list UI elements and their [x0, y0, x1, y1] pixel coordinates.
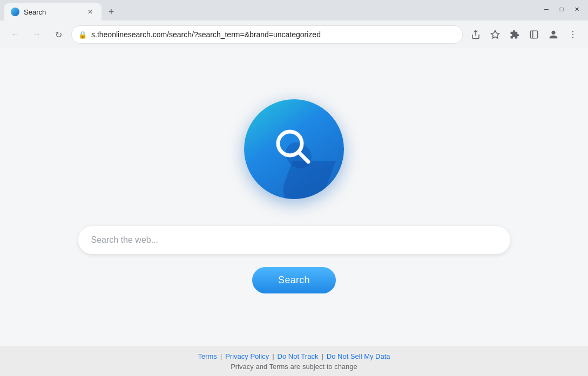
svg-point-5: [572, 37, 573, 38]
url-text: s.theonlinesearch.com/search/?search_ter…: [91, 30, 456, 39]
search-input-container: [78, 226, 510, 254]
svg-marker-0: [491, 31, 499, 38]
separator-2: |: [272, 352, 274, 360]
close-button[interactable]: ✕: [570, 4, 584, 14]
svg-point-3: [572, 31, 573, 32]
tab-bar: Search ✕ +: [4, 0, 539, 20]
bookmark-button[interactable]: [486, 26, 504, 43]
magnifier-icon: [267, 122, 321, 176]
title-bar: Search ✕ + ─ □ ✕: [0, 0, 588, 20]
svg-point-4: [572, 34, 573, 35]
search-button[interactable]: Search: [252, 267, 336, 293]
nav-bar: ← → ↻ 🔒 s.theonlinesearch.com/search/?se…: [0, 20, 588, 49]
separator-3: |: [321, 352, 323, 360]
footer: Terms | Privacy Policy | Do Not Track | …: [0, 346, 588, 376]
forward-button[interactable]: →: [28, 26, 45, 43]
share-button[interactable]: [467, 26, 484, 43]
browser-window: Search ✕ + ─ □ ✕ ← → ↻ 🔒 s.theonlinesear…: [0, 0, 588, 376]
back-button[interactable]: ←: [6, 26, 24, 43]
nav-actions: [467, 26, 582, 43]
privacy-link[interactable]: Privacy Policy: [225, 352, 269, 360]
do-not-sell-link[interactable]: Do Not Sell My Data: [327, 352, 390, 360]
menu-button[interactable]: [564, 26, 582, 43]
tab-favicon: [11, 8, 19, 16]
new-tab-button[interactable]: +: [104, 4, 119, 19]
terms-link[interactable]: Terms: [198, 352, 217, 360]
minimize-button[interactable]: ─: [539, 4, 553, 14]
page-content: Search Terms | Privacy Policy | Do Not T…: [0, 49, 588, 376]
search-logo: [244, 99, 344, 199]
tab-title: Search: [24, 8, 81, 16]
do-not-track-link[interactable]: Do Not Track: [278, 352, 319, 360]
address-bar[interactable]: 🔒 s.theonlinesearch.com/search/?search_t…: [71, 25, 463, 44]
search-input[interactable]: [78, 226, 510, 254]
lock-icon: 🔒: [78, 31, 87, 39]
footer-links: Terms | Privacy Policy | Do Not Track | …: [0, 352, 588, 360]
reload-button[interactable]: ↻: [50, 26, 67, 43]
active-tab[interactable]: Search ✕: [4, 3, 102, 20]
maximize-button[interactable]: □: [555, 4, 569, 14]
separator-1: |: [220, 352, 222, 360]
logo-circle: [244, 99, 344, 199]
profile-button[interactable]: [545, 26, 562, 43]
svg-rect-1: [530, 31, 538, 38]
footer-disclaimer: Privacy and Terms are subject to change: [0, 363, 588, 371]
window-controls: ─ □ ✕: [539, 4, 584, 14]
extensions-button[interactable]: [506, 26, 523, 43]
sidebar-button[interactable]: [525, 26, 543, 43]
tab-close-button[interactable]: ✕: [85, 7, 95, 17]
